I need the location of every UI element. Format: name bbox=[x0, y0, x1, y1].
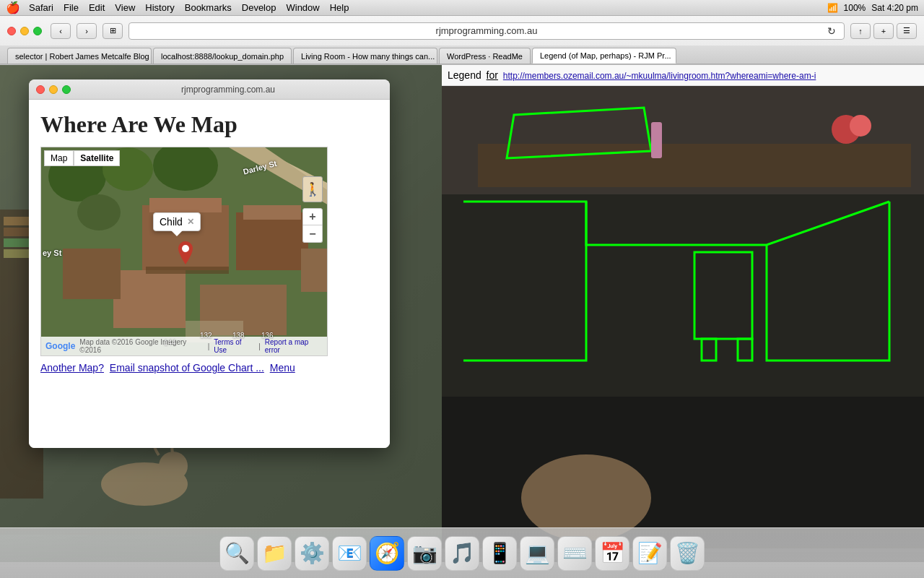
address-text: rjmprogramming.com.au bbox=[436, 25, 538, 36]
map-marker-label: Child bbox=[160, 216, 183, 228]
menubar: 🍎 Safari File Edit View History Bookmark… bbox=[0, 0, 924, 16]
new-tab-button[interactable]: + bbox=[873, 23, 894, 39]
map-info-popup: Child ✕ bbox=[153, 212, 201, 231]
popup-close-button[interactable] bbox=[36, 85, 45, 94]
tab-localhost[interactable]: localhost:8888/lookup_domain.php bbox=[153, 48, 292, 64]
browser-chrome: ‹ › ⊞ rjmprogramming.com.au ↻ ↑ + ☰ sele… bbox=[0, 16, 924, 65]
dock-icon-files[interactable]: 📁 bbox=[257, 536, 292, 571]
popup-minimize-button[interactable] bbox=[49, 85, 58, 94]
menubar-safari[interactable]: Safari bbox=[29, 2, 53, 13]
svg-rect-19 bbox=[442, 397, 924, 548]
map-links: Another Map? Email snapshot of Google Ch… bbox=[40, 362, 378, 374]
popup-title: rjmprogramming.com.au bbox=[74, 85, 383, 95]
menubar-help[interactable]: Help bbox=[330, 2, 349, 13]
svg-rect-12 bbox=[651, 122, 662, 158]
browser-tabs: selector | Robert James Metcalfe Blog lo… bbox=[0, 46, 924, 64]
map-popup-close[interactable]: ✕ bbox=[187, 217, 194, 227]
tab-legend[interactable]: Legend (of Map, perhaps) - RJM Pr... bbox=[532, 48, 676, 64]
map-footer: Google Map data ©2016 Google Imagery ©20… bbox=[41, 337, 327, 355]
dock-icon-terminal[interactable]: ⌨️ bbox=[557, 536, 592, 571]
dock-icon-finder[interactable]: 🔍 bbox=[219, 536, 254, 571]
legend-header: Legend for http://members.ozemail.com.au… bbox=[442, 65, 924, 86]
tab-selector[interactable]: selector | Robert James Metcalfe Blog bbox=[7, 48, 152, 64]
svg-point-14 bbox=[850, 115, 871, 137]
browser-actions: ↑ + ☰ bbox=[850, 23, 917, 39]
menubar-history[interactable]: History bbox=[145, 2, 174, 13]
legend-label: Legend bbox=[448, 69, 481, 81]
menubar-right: 📶 100% Sat 4:20 pm bbox=[827, 3, 918, 13]
share-button[interactable]: ↑ bbox=[850, 23, 871, 39]
dock-icon-music[interactable]: 🎵 bbox=[445, 536, 479, 571]
zoom-out-button[interactable]: − bbox=[302, 225, 323, 243]
browser-toolbar: ‹ › ⊞ rjmprogramming.com.au ↻ ↑ + ☰ bbox=[0, 16, 924, 46]
map-container[interactable]: Darley St ey St 132 138 136 144 Map Sate… bbox=[40, 147, 328, 356]
legend-image-area bbox=[442, 86, 924, 562]
dock-icon-mail[interactable]: 📧 bbox=[332, 536, 367, 571]
svg-rect-35 bbox=[63, 249, 121, 299]
map-copyright: Map data ©2016 Google Imagery ©2016 bbox=[79, 338, 203, 354]
tab-wordpress[interactable]: WordPress · ReadMe bbox=[439, 48, 531, 64]
minimize-button[interactable] bbox=[20, 27, 29, 35]
svg-rect-37 bbox=[301, 249, 328, 292]
dock-icon-phone[interactable]: 📱 bbox=[482, 536, 517, 571]
dock: 🔍 📁 ⚙️ 📧 🧭 📷 🎵 📱 💻 ⌨️ 📅 📝 🗑️ bbox=[0, 527, 924, 578]
map-marker[interactable] bbox=[178, 241, 193, 264]
svg-rect-32 bbox=[243, 205, 301, 220]
legend-link[interactable]: http://members.ozemail.com.au/~mkuulma/l… bbox=[503, 71, 816, 81]
map-number-138: 138 bbox=[232, 332, 245, 340]
tab-view-button[interactable]: ⊞ bbox=[103, 23, 123, 39]
another-map-link[interactable]: Another Map? bbox=[40, 362, 104, 374]
traffic-lights bbox=[7, 27, 42, 35]
svg-rect-36 bbox=[146, 267, 229, 274]
svg-rect-10 bbox=[478, 144, 911, 187]
popup-content: Where Are We Map bbox=[29, 100, 390, 448]
map-separator-1: | bbox=[208, 342, 210, 350]
google-logo: Google bbox=[45, 341, 75, 351]
address-bar[interactable]: rjmprogramming.com.au ↻ bbox=[128, 22, 845, 40]
svg-rect-30 bbox=[149, 198, 222, 212]
map-tabs: Map Satellite bbox=[44, 150, 120, 166]
dock-icon-trash[interactable]: 🗑️ bbox=[670, 536, 705, 571]
svg-rect-15 bbox=[442, 194, 924, 397]
street-view-button[interactable]: 🚶 bbox=[302, 176, 323, 202]
menubar-bookmarks[interactable]: Bookmarks bbox=[185, 2, 232, 13]
dock-icon-settings[interactable]: ⚙️ bbox=[295, 536, 329, 571]
menubar-window[interactable]: Window bbox=[286, 2, 319, 13]
dock-icon-laptop[interactable]: 💻 bbox=[520, 536, 554, 571]
map-number-132: 132 bbox=[200, 332, 212, 340]
popup-fullscreen-button[interactable] bbox=[62, 85, 71, 94]
apple-menu[interactable]: 🍎 bbox=[6, 1, 20, 14]
svg-rect-31 bbox=[236, 212, 308, 270]
fullscreen-button[interactable] bbox=[33, 27, 42, 35]
page-title: Where Are We Map bbox=[40, 111, 378, 138]
sidebar-button[interactable]: ☰ bbox=[897, 23, 917, 39]
popup-traffic-lights bbox=[36, 85, 71, 94]
menubar-edit[interactable]: Edit bbox=[89, 2, 105, 13]
tab-livingroom[interactable]: Living Room - How many things can... bbox=[293, 48, 437, 64]
map-tab-map[interactable]: Map bbox=[44, 150, 74, 166]
zoom-in-button[interactable]: + bbox=[302, 208, 323, 225]
menubar-view[interactable]: View bbox=[115, 2, 135, 13]
dock-icon-notes[interactable]: 📝 bbox=[632, 536, 667, 571]
svg-point-39 bbox=[182, 245, 189, 252]
menu-link[interactable]: Menu bbox=[270, 362, 295, 374]
map-tab-satellite[interactable]: Satellite bbox=[74, 150, 120, 166]
map-controls: 🚶 + − bbox=[302, 176, 323, 243]
popup-window: rjmprogramming.com.au Where Are We Map bbox=[29, 79, 390, 448]
map-report-link[interactable]: Report a map error bbox=[265, 338, 323, 354]
menubar-file[interactable]: File bbox=[64, 2, 79, 13]
close-button[interactable] bbox=[7, 27, 16, 35]
svg-point-7 bbox=[159, 452, 188, 480]
back-button[interactable]: ‹ bbox=[51, 23, 71, 39]
dock-icon-photos[interactable]: 📷 bbox=[407, 536, 442, 571]
map-terms-link[interactable]: Terms of Use bbox=[214, 338, 254, 354]
map-aerial: Darley St ey St 132 138 136 144 Map Sate… bbox=[41, 147, 327, 355]
legend-for-text: for bbox=[487, 69, 498, 81]
dock-icon-calendar[interactable]: 📅 bbox=[595, 536, 629, 571]
forward-button[interactable]: › bbox=[77, 23, 97, 39]
menubar-develop[interactable]: Develop bbox=[242, 2, 276, 13]
reload-button[interactable]: ↻ bbox=[824, 23, 840, 39]
main-area: Legend for http://members.ozemail.com.au… bbox=[0, 65, 924, 562]
email-snapshot-link[interactable]: Email snapshot of Google Chart ... bbox=[110, 362, 264, 374]
dock-icon-safari[interactable]: 🧭 bbox=[370, 536, 404, 571]
